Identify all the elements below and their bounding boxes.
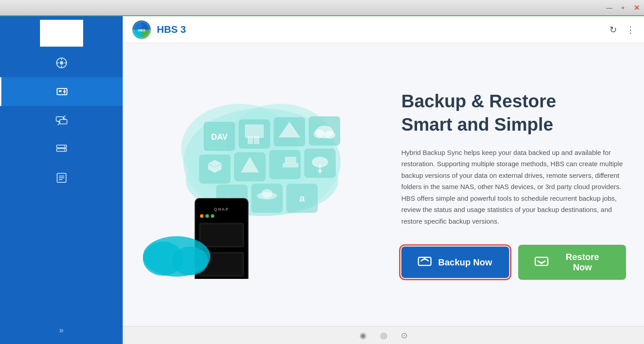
more-menu-button[interactable]: ⋮ [626, 24, 635, 35]
svg-text:QNAP: QNAP [214, 207, 229, 212]
svg-point-67 [172, 247, 208, 275]
svg-text:HBS: HBS [138, 28, 146, 32]
sidebar: » [0, 16, 123, 344]
svg-point-1 [60, 61, 63, 65]
svg-point-57 [200, 214, 204, 218]
svg-point-13 [64, 150, 65, 151]
svg-rect-27 [245, 124, 264, 138]
app-title: HBS 3 [157, 24, 186, 35]
svg-point-34 [314, 129, 324, 138]
svg-rect-28 [248, 136, 253, 144]
bottom-bar: ◉ ◎ ⊙ [123, 326, 644, 344]
svg-rect-9 [60, 119, 67, 124]
storage-icon [54, 142, 69, 156]
bottom-icon-2[interactable]: ◎ [380, 331, 387, 340]
svg-text:DAV: DAV [211, 132, 228, 141]
welcome-card: DAV [141, 89, 626, 280]
svg-point-35 [324, 131, 335, 139]
app-header: HBS HBS 3 ↻ ⋮ [123, 16, 644, 43]
header-right: ↻ ⋮ [609, 24, 635, 35]
expand-icon: » [59, 326, 63, 335]
overview-icon [54, 56, 69, 70]
logs-icon [54, 171, 69, 185]
header-content-area: HBS HBS 3 ↻ ⋮ [123, 16, 644, 344]
sidebar-item-overview[interactable] [0, 49, 123, 77]
hero-illustration: DAV [141, 90, 365, 279]
sidebar-item-logs[interactable] [0, 163, 123, 192]
title-bar: — + ✕ [0, 0, 644, 16]
main-heading: Backup & Restore Smart and Simple [401, 89, 626, 136]
svg-point-59 [211, 214, 214, 218]
sync-icon [54, 113, 69, 128]
sidebar-item-backup-restore[interactable] [0, 77, 123, 106]
sidebar-item-storage[interactable] [0, 135, 123, 163]
action-buttons: Backup Now Restore Now [401, 245, 626, 280]
sidebar-expand[interactable]: » [40, 320, 83, 340]
backup-now-label: Backup Now [438, 257, 492, 268]
refresh-button[interactable]: ↻ [609, 24, 617, 35]
restore-button-icon [534, 254, 549, 271]
app-logo: HBS [132, 20, 151, 40]
backup-button-icon [417, 254, 432, 271]
minimize-button[interactable]: — [605, 4, 613, 12]
svg-rect-29 [254, 136, 259, 144]
app-container: » HBS HBS 3 ↻ [0, 16, 644, 344]
restore-now-label: Restore Now [555, 252, 610, 273]
svg-rect-61 [201, 225, 242, 246]
header-left: HBS HBS 3 [132, 20, 186, 40]
restore-now-button[interactable]: Restore Now [518, 245, 626, 280]
svg-point-12 [64, 146, 65, 147]
svg-rect-7 [59, 90, 62, 92]
backup-now-button[interactable]: Backup Now [401, 247, 509, 278]
sidebar-item-sync[interactable] [0, 106, 123, 135]
close-button[interactable]: ✕ [632, 4, 640, 12]
svg-text:a: a [299, 193, 305, 204]
bottom-icon-1[interactable]: ◉ [360, 331, 367, 340]
main-content: DAV [123, 43, 644, 326]
svg-point-58 [205, 214, 209, 218]
svg-rect-69 [535, 257, 548, 265]
backup-restore-icon [55, 84, 69, 99]
text-content: Backup & Restore Smart and Simple Hybrid… [401, 89, 626, 280]
svg-point-51 [262, 189, 272, 198]
description-text: Hybrid Backup Sync helps keep your data … [401, 147, 626, 227]
window-controls: — + ✕ [605, 4, 640, 12]
bottom-icon-3[interactable]: ⊙ [401, 331, 408, 340]
maximize-button[interactable]: + [619, 4, 627, 12]
